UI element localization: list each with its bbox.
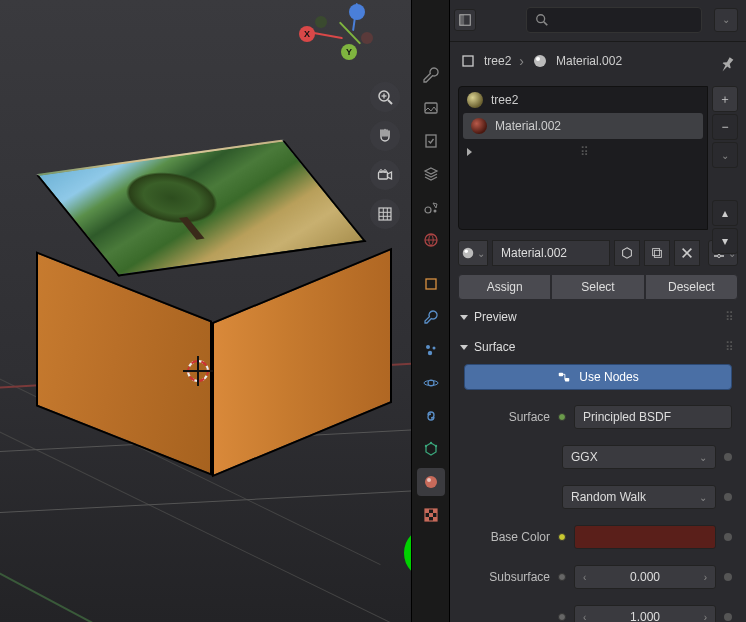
distribution-dropdown[interactable]: GGX ⌄ [562, 445, 716, 469]
surface-shader-dropdown[interactable]: Principled BSDF [574, 405, 732, 429]
assign-button[interactable]: Assign [458, 274, 551, 300]
sss-method-value: Random Walk [571, 490, 646, 504]
decrease-icon[interactable]: ‹ [583, 612, 586, 623]
base-color-socket-dot[interactable] [558, 533, 566, 541]
camera-view-button[interactable] [370, 160, 400, 190]
svg-point-19 [432, 347, 435, 350]
select-button[interactable]: Select [551, 274, 644, 300]
slot-specials-menu[interactable]: ⌄ [712, 142, 738, 168]
svg-rect-44 [654, 250, 661, 257]
panel-grip-icon[interactable]: ⠿ [725, 340, 736, 354]
zoom-button[interactable] [370, 82, 400, 112]
preview-panel-header[interactable]: Preview ⠿ [450, 300, 746, 330]
breadcrumb-material[interactable]: Material.002 [556, 54, 622, 68]
constraint-tab[interactable] [417, 402, 445, 430]
particle-tab[interactable] [417, 336, 445, 364]
3d-viewport[interactable]: X Y [0, 0, 411, 622]
svg-point-36 [537, 14, 545, 22]
material-tab[interactable] [417, 468, 445, 496]
editor-type-selector[interactable] [454, 9, 476, 31]
axis-x-ball[interactable]: X [299, 26, 315, 42]
material-slot-list[interactable]: tree2 Material.002 ⠿ [458, 86, 708, 230]
panel-grip-icon[interactable]: ⠿ [725, 310, 736, 324]
svg-rect-7 [379, 208, 391, 220]
breadcrumb-separator: › [519, 53, 524, 69]
slot-grip-icon[interactable]: ⠿ [580, 145, 591, 159]
subsurface-socket-dot[interactable] [558, 573, 566, 581]
use-nodes-button[interactable]: Use Nodes [464, 364, 732, 390]
pan-button[interactable] [370, 121, 400, 151]
properties-tab-strip [411, 0, 450, 622]
sss-method-dropdown[interactable]: Random Walk ⌄ [562, 485, 716, 509]
anim-dot[interactable] [724, 573, 732, 581]
svg-rect-29 [425, 509, 429, 513]
slot-expand-icon[interactable] [467, 148, 472, 156]
breadcrumb-object[interactable]: tree2 [484, 54, 511, 68]
deselect-button[interactable]: Deselect [645, 274, 738, 300]
svg-point-5 [380, 170, 383, 173]
chevron-down-icon: ⌄ [699, 492, 707, 503]
modifier-tab[interactable] [417, 303, 445, 331]
anim-dot[interactable] [724, 613, 732, 621]
object-icon [460, 53, 476, 69]
svg-rect-38 [463, 56, 473, 66]
surface-panel-header[interactable]: Surface ⠿ [450, 330, 746, 360]
remove-slot-button[interactable]: − [712, 114, 738, 140]
decrease-icon[interactable]: ‹ [583, 572, 586, 583]
cube-face-right [212, 248, 392, 478]
material-slot-row[interactable]: Material.002 [463, 113, 703, 139]
perspective-toggle-button[interactable] [370, 199, 400, 229]
options-dropdown[interactable]: ⌄ [714, 8, 738, 32]
tool-tab[interactable] [417, 61, 445, 89]
output-tab[interactable] [417, 127, 445, 155]
unlink-material-button[interactable] [674, 240, 700, 266]
svg-rect-35 [460, 14, 464, 25]
pin-button[interactable] [718, 56, 736, 74]
object-data-icon [467, 92, 483, 108]
svg-point-26 [425, 476, 437, 488]
svg-point-27 [427, 478, 431, 482]
object-tab[interactable] [417, 270, 445, 298]
anim-dot[interactable] [724, 533, 732, 541]
svg-rect-13 [426, 135, 436, 147]
chevron-down-icon: ⌄ [699, 452, 707, 463]
texture-tab[interactable] [417, 501, 445, 529]
view-layer-tab[interactable] [417, 160, 445, 188]
cube-mesh-tree2[interactable] [45, 145, 355, 470]
move-slot-up[interactable]: ▴ [712, 200, 738, 226]
axis-y-ball[interactable]: Y [341, 44, 357, 60]
fake-user-button[interactable] [614, 240, 640, 266]
material-name-field[interactable]: Material.002 [492, 240, 610, 266]
navigation-gizmo[interactable]: X Y [307, 8, 379, 80]
increase-icon[interactable]: › [704, 612, 707, 623]
axis-neg-y-ball[interactable] [315, 16, 327, 28]
world-tab[interactable] [417, 226, 445, 254]
cube-face-top-tree-texture [36, 139, 367, 276]
mesh-data-tab[interactable] [417, 435, 445, 463]
svg-rect-33 [433, 517, 437, 521]
subsurface-radius-socket-dot[interactable] [558, 613, 566, 621]
search-icon [535, 13, 549, 27]
anim-dot[interactable] [724, 493, 732, 501]
increase-icon[interactable]: › [704, 572, 707, 583]
properties-search[interactable] [526, 7, 702, 33]
subsurface-radius-field[interactable]: ‹ 1.000 › [574, 605, 716, 622]
render-tab[interactable] [417, 94, 445, 122]
axis-z-ball[interactable] [349, 4, 365, 20]
axis-neg-x-ball[interactable] [361, 32, 373, 44]
scene-tab[interactable] [417, 193, 445, 221]
physics-tab[interactable] [417, 369, 445, 397]
material-browse-button[interactable]: ⌄ [458, 240, 488, 266]
slot-object-name: tree2 [491, 93, 518, 107]
new-material-button[interactable] [644, 240, 670, 266]
move-slot-down[interactable]: ▾ [712, 228, 738, 254]
slot-object-header: tree2 [459, 87, 707, 113]
anim-dot[interactable] [724, 453, 732, 461]
subsurface-field[interactable]: ‹ 0.000 › [574, 565, 716, 589]
3d-cursor [185, 358, 211, 384]
add-slot-button[interactable]: ＋ [712, 86, 738, 112]
base-color-field[interactable] [574, 525, 716, 549]
surface-socket-dot[interactable] [558, 413, 566, 421]
material-slot-name: Material.002 [495, 119, 561, 133]
svg-point-39 [534, 55, 546, 67]
